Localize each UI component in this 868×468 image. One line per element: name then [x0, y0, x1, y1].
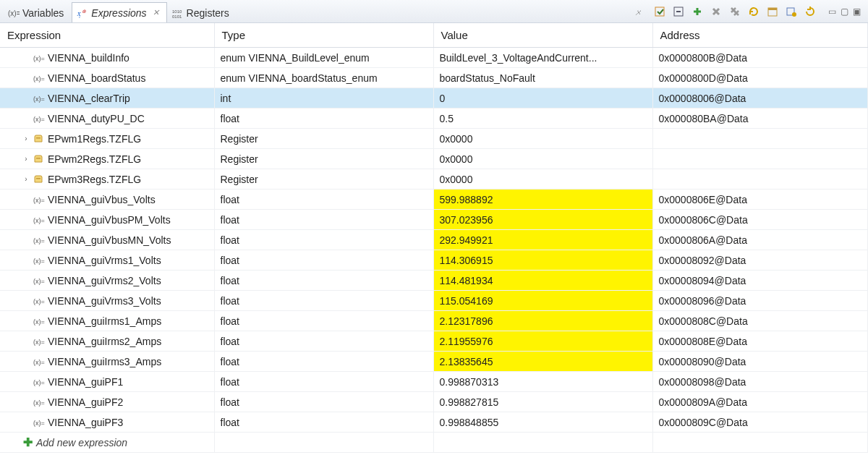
add-expression-row[interactable]: ✚Add new expression — [0, 433, 868, 453]
table-row[interactable]: (x)=VIENNA_guiIrms1_Ampsfloat2.123178960… — [0, 311, 868, 331]
expand-icon[interactable]: › — [22, 155, 30, 163]
new-tab-button[interactable] — [765, 4, 780, 20]
address-cell — [652, 169, 868, 190]
value-cell[interactable]: 115.054169 — [433, 291, 652, 311]
table-row[interactable]: (x)=VIENNA_guiIrms3_Ampsfloat2.138356450… — [0, 352, 868, 372]
value-cell[interactable]: 0.998870313 — [433, 372, 652, 392]
tab-registers[interactable]: 10100101 Registers — [167, 2, 237, 22]
restore-icon[interactable]: ▢ — [841, 7, 848, 17]
value-cell[interactable]: 0.5 — [433, 109, 652, 129]
table-row[interactable]: (x)=VIENNA_guiVrms2_Voltsfloat114.481934… — [0, 271, 868, 291]
expand-icon[interactable]: › — [22, 175, 30, 183]
svg-text:(x)=: (x)= — [33, 55, 45, 62]
minimize-icon[interactable]: ▭ — [828, 7, 836, 17]
table-row[interactable]: (x)=VIENNA_guiVrms3_Voltsfloat115.054169… — [0, 291, 868, 311]
expression-name: VIENNA_boardStatus — [48, 72, 145, 84]
table-row[interactable]: (x)=VIENNA_guiPF1float0.9988703130x00008… — [0, 372, 868, 392]
register-icon — [33, 133, 45, 145]
table-row[interactable]: ›EPwm3Regs.TZFLGRegister0x0000 — [0, 169, 868, 190]
cast-type-button[interactable]: ꭗ — [633, 4, 649, 20]
svg-text:1010: 1010 — [172, 9, 182, 14]
expression-name: VIENNA_guiVrms3_Volts — [48, 295, 161, 307]
value-cell[interactable]: 0 — [433, 88, 652, 109]
address-cell: 0x0000808E@Data — [652, 331, 868, 352]
value-cell[interactable]: boardStatus_NoFault — [433, 68, 652, 88]
svg-rect-19 — [36, 137, 41, 139]
address-cell: 0x00008090@Data — [652, 352, 868, 372]
value-cell[interactable]: BuildLevel_3_VoltageAndCurrent... — [433, 48, 652, 68]
add-expression-label: Add new expression — [36, 437, 127, 448]
refresh-button[interactable] — [802, 4, 818, 20]
svg-text:(x)=: (x)= — [33, 318, 45, 326]
svg-text:0101: 0101 — [172, 14, 182, 19]
table-row[interactable]: (x)=VIENNA_guiPF2float0.9988278150x00008… — [0, 392, 868, 412]
tab-variables[interactable]: (x)= Variables — [3, 2, 72, 22]
address-cell — [652, 149, 868, 169]
collapse-all-button[interactable] — [671, 4, 686, 20]
tab-label: Expressions — [91, 7, 146, 19]
view-tabs: (x)= Variables ᶍ⊕ Expressions ✕ 10100101… — [3, 0, 633, 22]
variable-icon: (x)= — [33, 376, 45, 388]
variable-icon: (x)= — [33, 396, 45, 408]
expression-name: EPwm3Regs.TZFLG — [48, 174, 141, 185]
remove-expression-button[interactable] — [708, 4, 724, 20]
table-row[interactable]: (x)=VIENNA_guiVbusMN_Voltsfloat292.94992… — [0, 230, 868, 250]
table-row[interactable]: (x)=VIENNA_guiPF3float0.9988488550x00008… — [0, 412, 868, 433]
svg-text:(x)=: (x)= — [33, 237, 45, 244]
col-header-expression[interactable]: Expression — [0, 23, 214, 48]
svg-text:(x)=: (x)= — [33, 258, 45, 265]
svg-point-14 — [792, 12, 796, 17]
value-cell[interactable]: 292.949921 — [433, 230, 652, 250]
expression-name: VIENNA_guiVrms1_Volts — [48, 255, 161, 266]
value-cell[interactable]: 114.306915 — [433, 250, 652, 271]
type-cell: float — [214, 210, 433, 230]
table-row[interactable]: ›EPwm2Regs.TZFLGRegister0x0000 — [0, 149, 868, 169]
value-cell[interactable]: 2.13835645 — [433, 352, 652, 372]
maximize-icon[interactable]: ▣ — [853, 7, 861, 17]
window-controls: ▭ ▢ ▣ — [828, 7, 861, 17]
value-cell[interactable]: 0.998827815 — [433, 392, 652, 412]
svg-text:⊕: ⊕ — [82, 9, 86, 14]
table-row[interactable]: (x)=VIENNA_guiVbusPM_Voltsfloat307.02395… — [0, 210, 868, 230]
col-header-address[interactable]: Address — [652, 23, 868, 48]
table-row[interactable]: (x)=VIENNA_boardStatusenum VIENNA_boardS… — [0, 68, 868, 88]
table-row[interactable]: (x)=VIENNA_clearTripint00x00008006@Data — [0, 88, 868, 109]
value-cell[interactable]: 0x0000 — [433, 149, 652, 169]
show-type-button[interactable] — [652, 4, 668, 20]
expand-icon[interactable]: › — [22, 135, 30, 142]
pin-button[interactable] — [783, 4, 799, 20]
table-row[interactable]: (x)=VIENNA_buildInfoenum VIENNA_BuildLev… — [0, 48, 868, 68]
expression-name: VIENNA_guiPF3 — [48, 417, 123, 428]
table-row[interactable]: (x)=VIENNA_dutyPU_DCfloat0.50x000080BA@D… — [0, 109, 868, 129]
value-cell[interactable]: 307.023956 — [433, 210, 652, 230]
variables-icon: (x)= — [8, 7, 20, 19]
table-row[interactable]: (x)=VIENNA_guiVbus_Voltsfloat599.9888920… — [0, 190, 868, 210]
close-icon[interactable]: ✕ — [153, 8, 159, 17]
registers-icon: 10100101 — [172, 7, 184, 19]
value-cell[interactable]: 2.11955976 — [433, 331, 652, 352]
table-row[interactable]: (x)=VIENNA_guiIrms2_Ampsfloat2.119559760… — [0, 331, 868, 352]
value-cell[interactable]: 2.12317896 — [433, 311, 652, 331]
col-header-value[interactable]: Value — [433, 23, 652, 48]
add-expression-button[interactable] — [689, 4, 705, 20]
svg-text:(x)=: (x)= — [33, 298, 45, 305]
col-header-type[interactable]: Type — [214, 23, 433, 48]
type-cell: float — [214, 250, 433, 271]
type-cell: Register — [214, 169, 433, 190]
value-cell[interactable]: 0.998848855 — [433, 412, 652, 433]
remove-all-button[interactable] — [727, 4, 743, 20]
type-cell: int — [214, 88, 433, 109]
table-row[interactable]: ›EPwm1Regs.TZFLGRegister0x0000 — [0, 129, 868, 149]
table-row[interactable]: (x)=VIENNA_guiVrms1_Voltsfloat114.306915… — [0, 250, 868, 271]
value-cell[interactable]: 0x0000 — [433, 129, 652, 149]
value-cell[interactable]: 0x0000 — [433, 169, 652, 190]
value-cell[interactable]: 599.988892 — [433, 190, 652, 210]
continuous-refresh-button[interactable] — [746, 4, 762, 20]
svg-text:(x)=: (x)= — [33, 95, 45, 103]
view-tabbar: (x)= Variables ᶍ⊕ Expressions ✕ 10100101… — [0, 0, 868, 23]
address-cell: 0x0000808C@Data — [652, 311, 868, 331]
value-cell[interactable]: 114.481934 — [433, 271, 652, 291]
tab-expressions[interactable]: ᶍ⊕ Expressions ✕ — [72, 2, 166, 22]
type-cell: float — [214, 352, 433, 372]
type-cell: float — [214, 109, 433, 129]
